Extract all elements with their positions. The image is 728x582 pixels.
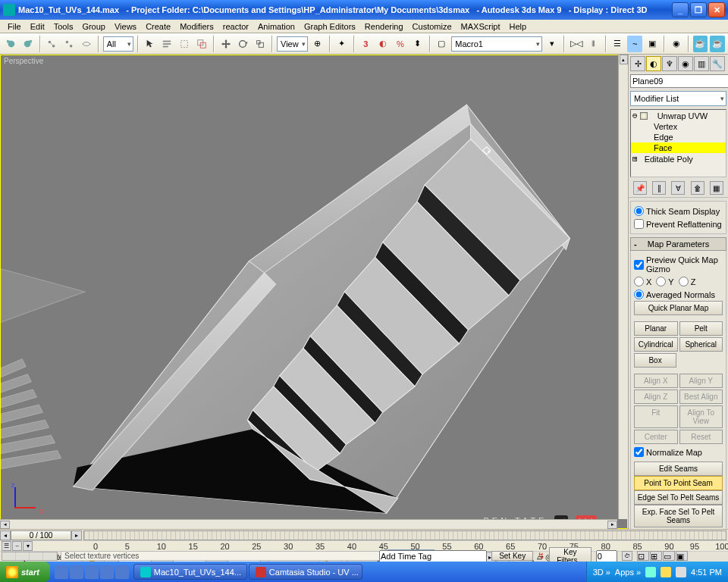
align-to-view-button[interactable]: Align To View bbox=[679, 405, 723, 428]
select-manipulate-button[interactable]: ✦ bbox=[334, 36, 350, 52]
prevent-reflattening-checkbox[interactable] bbox=[634, 219, 644, 229]
time-slider[interactable]: 0 / 100 bbox=[11, 530, 71, 540]
make-unique-button[interactable]: ∀ bbox=[671, 181, 685, 195]
menu-edit[interactable]: Edit bbox=[26, 20, 49, 33]
tray-icon-2[interactable] bbox=[661, 567, 671, 577]
time-prev-button[interactable]: ◂ bbox=[0, 530, 11, 540]
quick-render-button[interactable]: ☕ bbox=[710, 36, 725, 52]
create-tab[interactable]: ✢ bbox=[630, 56, 645, 71]
named-selection-toggle-button[interactable]: ▾ bbox=[544, 36, 560, 52]
window-minimize-button[interactable]: _ bbox=[672, 2, 689, 17]
menu-modifiers[interactable]: Modifiers bbox=[175, 20, 218, 33]
curve-editor-button[interactable]: ~ bbox=[627, 36, 642, 52]
system-tray[interactable]: 3D» Apps» 4:51 PM bbox=[586, 562, 728, 582]
start-button[interactable]: start bbox=[0, 562, 50, 582]
menu-help[interactable]: Help bbox=[505, 20, 532, 33]
nav-region-button[interactable]: ▭ bbox=[663, 551, 675, 561]
window-maximize-button[interactable]: ❐ bbox=[690, 2, 707, 17]
stack-edge[interactable]: Edge bbox=[631, 132, 726, 142]
select-object-button[interactable] bbox=[143, 36, 158, 52]
task-camtasia[interactable]: Camtasia Studio - UV ... bbox=[249, 564, 362, 580]
axis-x-radio[interactable] bbox=[634, 277, 644, 286]
menu-rendering[interactable]: Rendering bbox=[360, 20, 408, 33]
perspective-viewport[interactable]: Perspective bbox=[0, 55, 628, 529]
selection-region-button[interactable] bbox=[177, 36, 192, 52]
modifier-list-combo[interactable]: Modifier List bbox=[630, 91, 726, 106]
show-end-result-button[interactable]: ‖ bbox=[652, 181, 666, 195]
menu-reactor[interactable]: reactor bbox=[218, 20, 253, 33]
redo-button[interactable] bbox=[20, 36, 36, 52]
stack-face[interactable]: Face bbox=[631, 142, 726, 153]
refcoord-combo[interactable]: View bbox=[277, 36, 308, 52]
schematic-view-button[interactable]: ▣ bbox=[645, 36, 660, 52]
select-by-name-button[interactable] bbox=[160, 36, 175, 52]
modifier-stack[interactable]: ⊖Unwrap UVW Vertex Edge Face ⊞Editable P… bbox=[630, 109, 726, 177]
window-crossing-button[interactable] bbox=[194, 36, 209, 52]
align-x-button[interactable]: Align X bbox=[634, 374, 678, 388]
set-key-button[interactable]: Set Key bbox=[491, 551, 533, 561]
viewport-scrollbar-v[interactable]: ▴ bbox=[618, 55, 628, 519]
add-time-tag-field[interactable] bbox=[379, 550, 487, 562]
display-tab[interactable]: ▥ bbox=[694, 56, 709, 71]
named-selection-combo[interactable]: Macro1 bbox=[451, 36, 542, 52]
task-3dsmax[interactable]: Mac10_Tut_UVs_144... bbox=[133, 564, 247, 580]
averaged-normals-radio[interactable] bbox=[634, 289, 644, 299]
menu-create[interactable]: Create bbox=[141, 20, 175, 33]
fit-button[interactable]: Fit bbox=[634, 405, 678, 428]
modify-tab[interactable]: ◐ bbox=[646, 56, 661, 71]
quick-planar-map-button[interactable]: Quick Planar Map bbox=[634, 301, 723, 315]
nav-zoom-ext-button[interactable]: ⊡ bbox=[637, 551, 649, 561]
map-parameters-rollout-header[interactable]: Map Parameters bbox=[630, 237, 726, 251]
hierarchy-tab[interactable]: ♆ bbox=[662, 56, 677, 71]
cylindrical-button[interactable]: Cylindrical bbox=[634, 337, 678, 352]
preview-gizmo-checkbox[interactable] bbox=[634, 260, 644, 270]
menu-views[interactable]: Views bbox=[110, 20, 141, 33]
edit-seams-button[interactable]: Edit Seams bbox=[634, 462, 723, 476]
axis-z-radio[interactable] bbox=[679, 277, 689, 286]
ql-icon-1[interactable] bbox=[55, 565, 68, 579]
pin-stack-button[interactable]: 📌 bbox=[633, 181, 647, 195]
nav-max-button[interactable]: ▣ bbox=[676, 551, 688, 561]
time-next-button[interactable]: ▸ bbox=[71, 530, 82, 540]
stack-vertex[interactable]: Vertex bbox=[631, 121, 726, 132]
ql-icon-4[interactable] bbox=[100, 565, 114, 579]
tray-icon-1[interactable] bbox=[645, 567, 656, 577]
filter-button[interactable]: ▾ bbox=[23, 541, 33, 551]
pelt-button[interactable]: Pelt bbox=[679, 321, 723, 336]
mini-trackbar[interactable] bbox=[2, 552, 58, 561]
ql-icon-2[interactable] bbox=[70, 565, 83, 579]
thick-seam-radio[interactable] bbox=[634, 206, 644, 216]
menu-tools[interactable]: Tools bbox=[49, 20, 78, 33]
reset-button[interactable]: Reset bbox=[679, 430, 723, 444]
best-align-button[interactable]: Best Align bbox=[679, 390, 723, 404]
align-y-button[interactable]: Align Y bbox=[679, 374, 723, 388]
layer-manager-button[interactable]: ☰ bbox=[610, 36, 626, 52]
percent-snap-button[interactable]: % bbox=[393, 36, 408, 52]
box-button[interactable]: Box bbox=[634, 353, 676, 368]
utilities-tab[interactable]: 🔧 bbox=[710, 56, 725, 71]
spherical-button[interactable]: Spherical bbox=[679, 337, 723, 352]
angle-snap-button[interactable]: ◐ bbox=[375, 36, 391, 52]
named-selection-button[interactable]: ▢ bbox=[435, 36, 450, 52]
ql-icon-5[interactable] bbox=[115, 565, 129, 579]
current-frame-field[interactable] bbox=[596, 550, 617, 562]
link-button[interactable] bbox=[45, 36, 60, 52]
tray-icon-3[interactable] bbox=[676, 567, 686, 577]
exp-face-sel-button[interactable]: Exp. Face Sel To Pelt Seams bbox=[634, 505, 723, 527]
select-scale-button[interactable] bbox=[253, 36, 268, 52]
snap-toggle-button[interactable]: 3 bbox=[359, 36, 374, 52]
configure-sets-button[interactable]: ▦ bbox=[710, 181, 723, 195]
viewport-scrollbar-h[interactable]: ◂▸ bbox=[0, 519, 617, 529]
menu-file[interactable]: File bbox=[3, 20, 26, 33]
bind-space-warp-button[interactable] bbox=[79, 36, 94, 52]
object-name-field[interactable] bbox=[630, 74, 728, 88]
mirror-button[interactable]: ▷◁ bbox=[569, 36, 584, 52]
normalize-map-checkbox[interactable] bbox=[634, 447, 644, 457]
selection-filter-combo[interactable]: All bbox=[103, 36, 133, 52]
select-move-button[interactable] bbox=[218, 36, 234, 52]
menu-grapheditors[interactable]: Graph Editors bbox=[300, 20, 360, 33]
stack-unwrap-uvw[interactable]: ⊖Unwrap UVW bbox=[631, 110, 726, 121]
motion-tab[interactable]: ◉ bbox=[678, 56, 693, 71]
time-config-button[interactable]: ⏱ bbox=[622, 551, 632, 561]
align-z-button[interactable]: Align Z bbox=[634, 390, 678, 404]
